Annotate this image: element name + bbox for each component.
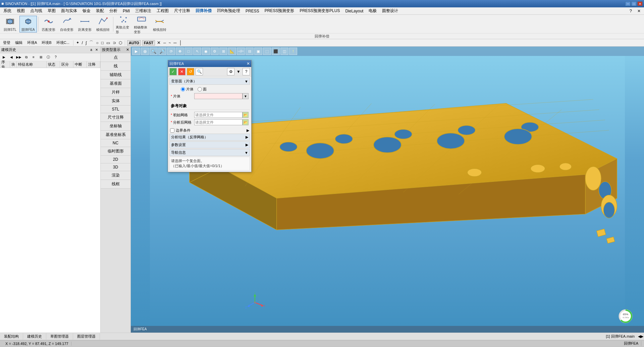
vp-eye-btn[interactable]: ◉ bbox=[202, 48, 210, 55]
tab-env-b[interactable]: 环境B bbox=[40, 40, 53, 46]
history-prev-btn[interactable]: ◀ bbox=[8, 54, 15, 61]
toolbar-dist-deform[interactable]: 距离变形 bbox=[76, 16, 94, 32]
type-3d[interactable]: 3D bbox=[101, 163, 130, 171]
fea-params-section[interactable]: 参数设置 ▶ bbox=[169, 141, 250, 148]
fast-btn[interactable]: FAST bbox=[142, 40, 155, 46]
tab-layer-manager[interactable]: 图层管理器 bbox=[73, 333, 100, 340]
tab-edit[interactable]: 编辑 bbox=[13, 40, 24, 46]
vp-wireframe-btn[interactable]: ⬚ bbox=[263, 48, 271, 55]
fea-cancel-btn[interactable]: ✕ bbox=[178, 68, 185, 75]
fea-help-btn[interactable]: ? bbox=[243, 68, 250, 75]
fea-radio-sheet-input[interactable] bbox=[181, 87, 185, 91]
vp-settings-btn[interactable]: ⚙ bbox=[211, 48, 219, 55]
type-sheet[interactable]: 片样 bbox=[101, 88, 130, 97]
type-line[interactable]: 线 bbox=[101, 62, 130, 71]
fea-reset-btn[interactable]: ↺ bbox=[187, 68, 194, 75]
type-dim-note[interactable]: 尺寸注释 bbox=[101, 113, 130, 122]
menu-rounddesign[interactable]: 圆整设计 bbox=[379, 7, 401, 14]
fea-radio-face[interactable]: 面 bbox=[198, 87, 207, 92]
fea-sheet-browse-btn[interactable]: ▼ bbox=[243, 93, 249, 99]
toolbar-springback-fea[interactable]: FEA 固弹FEA bbox=[19, 16, 37, 32]
tilde-icon[interactable]: ~ bbox=[168, 41, 171, 45]
fea-boundary-checkbox[interactable] bbox=[170, 128, 174, 133]
wave-draw-icon[interactable]: ∫ bbox=[85, 41, 87, 45]
vp-zoom-out-btn[interactable]: 🔎 bbox=[158, 48, 166, 55]
type-stl[interactable]: STL bbox=[101, 106, 130, 113]
fea-init-mesh-browse-btn[interactable]: 📂 bbox=[243, 112, 249, 118]
type-solid[interactable]: 实体 bbox=[101, 97, 130, 106]
menu-press-predict[interactable]: PRESS预测变形 bbox=[262, 7, 297, 14]
history-copy-btn[interactable]: ⧉ bbox=[23, 54, 30, 61]
type-2d[interactable]: 2D bbox=[101, 156, 130, 163]
history-close-btn[interactable]: ✕ bbox=[94, 48, 99, 52]
para-draw-icon[interactable]: ▭ bbox=[106, 41, 111, 45]
menu-electrode[interactable]: 电极 bbox=[366, 7, 379, 14]
poly-draw-icon[interactable]: ⬡ bbox=[118, 41, 123, 45]
fea-confirm-btn[interactable]: ✓ bbox=[169, 68, 177, 75]
type-aux-line[interactable]: 辅助线 bbox=[101, 71, 130, 79]
menu-close-right[interactable]: ✕ bbox=[635, 8, 643, 14]
vp-light-btn[interactable]: ! bbox=[289, 48, 297, 55]
vp-dim-btn[interactable]: ⊣⊢ bbox=[237, 48, 245, 55]
menu-dim-note[interactable]: 尺寸注释 bbox=[171, 7, 193, 14]
tab-sketch-manager[interactable]: 草图管理器 bbox=[46, 333, 73, 340]
history-help-btn[interactable]: ? bbox=[52, 54, 59, 61]
tab-login[interactable]: 登登 bbox=[1, 40, 12, 46]
history-next-btn[interactable]: ▶▶ bbox=[15, 54, 22, 61]
rect-draw-icon[interactable]: □ bbox=[101, 41, 104, 45]
fea-settings-btn[interactable]: ⚙ bbox=[227, 68, 234, 75]
menu-points-lines[interactable]: 点与线 bbox=[28, 7, 45, 14]
vp-view-btn[interactable]: □ bbox=[184, 48, 193, 55]
fea-deform-section[interactable]: 变形面（片体） ▼ bbox=[169, 78, 250, 85]
menu-press-predict-plus[interactable]: PRESS预测变形PLUS bbox=[297, 7, 342, 14]
fea-nav-section[interactable]: 导航信息 ▼ bbox=[169, 149, 250, 156]
minus-icon[interactable]: ─ bbox=[173, 40, 177, 45]
menu-dielayout[interactable]: DieLayout bbox=[342, 8, 366, 14]
menu-pmi[interactable]: PMI bbox=[120, 8, 132, 14]
vp-layout-btn[interactable]: ⊟ bbox=[246, 48, 254, 55]
fea-zoom-btn[interactable]: 🔍 bbox=[196, 68, 203, 75]
vp-play-btn[interactable]: ▶ bbox=[132, 48, 140, 55]
type-render[interactable]: 渲染 bbox=[101, 171, 130, 180]
toolbar-line-deform[interactable]: 棱线扭转 bbox=[94, 16, 112, 32]
fea-init-mesh-input[interactable] bbox=[194, 112, 243, 118]
vp-measure-btn[interactable]: 📐 bbox=[228, 48, 236, 55]
type-nc[interactable]: NC bbox=[101, 139, 130, 147]
fea-analysis-mesh-input[interactable] bbox=[194, 119, 243, 125]
cross-icon[interactable]: ✕ bbox=[156, 40, 161, 45]
viewport[interactable]: ▶ ⊕ 🔍 🔎 ⟳ ✥ □ ↖ ◉ ⚙ ⊞ 📐 ⊣⊢ ⊟ ▣ ⬚ ⬛ ◫ ! bbox=[131, 47, 644, 333]
vp-rotate-btn[interactable]: ⟳ bbox=[167, 48, 175, 55]
toolbar-precision-deform[interactable]: 精确整体变形 bbox=[133, 16, 150, 32]
restore-button[interactable]: □ bbox=[631, 1, 637, 6]
tab-model-history[interactable]: 建模历史 bbox=[23, 333, 46, 340]
fea-close-btn[interactable]: ✕ bbox=[247, 61, 250, 66]
menu-sketch[interactable]: 草图 bbox=[45, 7, 58, 14]
toolbar-scatter-deform[interactable]: 离散点变形 bbox=[115, 16, 132, 32]
tab-assembly[interactable]: 装配结构 bbox=[0, 333, 23, 340]
vp-pan-btn[interactable]: ✥ bbox=[176, 48, 184, 55]
vp-zoom-fit-btn[interactable]: ⊕ bbox=[141, 48, 149, 55]
menu-view[interactable]: 视图 bbox=[14, 7, 28, 14]
line-draw-icon[interactable]: / bbox=[81, 41, 84, 45]
toolbar-auto-deform[interactable]: 自动变形 bbox=[58, 16, 75, 32]
menu-press[interactable]: PRESS bbox=[243, 8, 262, 14]
dash-icon[interactable]: ─ bbox=[163, 41, 167, 45]
close-button[interactable]: ✕ bbox=[637, 1, 643, 6]
menu-surface-solid[interactable]: 面与实体 bbox=[58, 7, 80, 14]
menu-system[interactable]: 系统 bbox=[1, 7, 14, 14]
menu-assembly[interactable]: 装配 bbox=[93, 7, 107, 14]
vp-cursor-btn[interactable]: ↖ bbox=[193, 48, 201, 55]
history-info-btn[interactable]: ⓘ bbox=[45, 54, 52, 61]
menu-sheetmetal[interactable]: 钣金 bbox=[80, 7, 93, 14]
arc-draw-icon[interactable]: ⌒ bbox=[89, 40, 94, 46]
fea-analysis-result-section[interactable]: 分析结果（反弹网格） ▶ bbox=[169, 134, 250, 141]
type-point[interactable]: 点 bbox=[101, 53, 130, 62]
vp-zoom-in-btn[interactable]: 🔍 bbox=[150, 48, 158, 55]
vp-transparent-btn[interactable]: ◫ bbox=[280, 48, 288, 55]
vp-shade-btn[interactable]: ▣ bbox=[254, 48, 262, 55]
pipe-icon[interactable]: │ bbox=[179, 40, 183, 45]
type-datum-plane[interactable]: 基准面 bbox=[101, 79, 130, 88]
fea-sheet-input[interactable] bbox=[194, 93, 243, 99]
auto-btn[interactable]: AUTO bbox=[127, 40, 141, 46]
panel-resize-btn[interactable]: ◀▶ bbox=[637, 334, 644, 339]
